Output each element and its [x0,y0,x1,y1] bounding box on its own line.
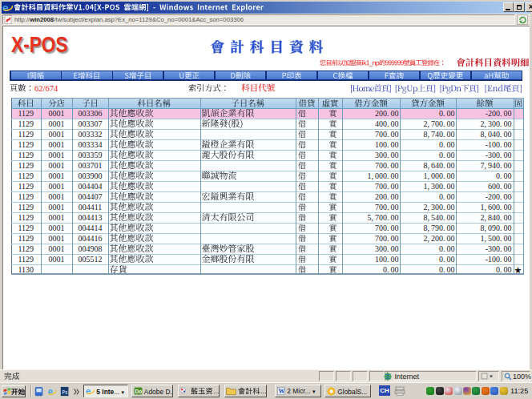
svg-text:e: e [48,386,53,397]
svg-text:e: e [86,387,91,396]
svg-text:W: W [279,388,285,395]
svg-text:Do: Do [135,389,143,394]
svg-text:Ps: Ps [62,389,67,395]
svg-text:e: e [2,2,9,13]
